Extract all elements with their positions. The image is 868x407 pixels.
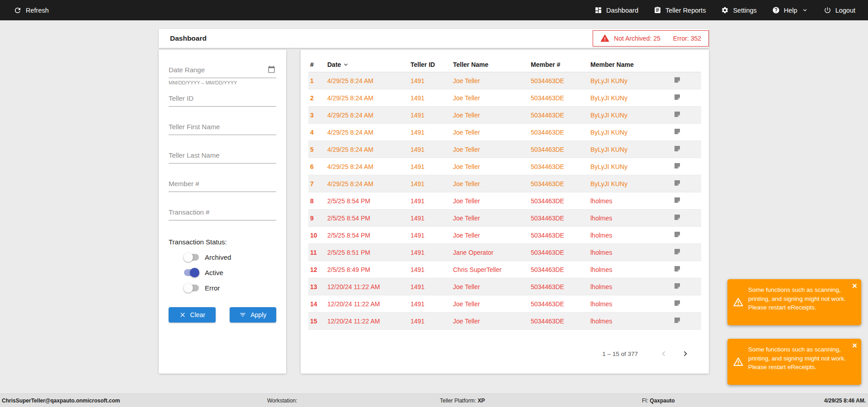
- receipt-icon[interactable]: [673, 299, 681, 307]
- receipt-icon[interactable]: [673, 93, 681, 101]
- power-icon: [824, 6, 831, 14]
- row-date: 4/29/25 8:24 AM: [326, 77, 409, 84]
- receipt-icon[interactable]: [673, 110, 681, 118]
- toggle-label: Error: [205, 284, 220, 292]
- date-range-input[interactable]: [169, 62, 276, 78]
- row-member-name: ByLyJI KUNy: [589, 146, 671, 153]
- receipt-icon[interactable]: [673, 316, 681, 324]
- transactions-table: # Date Teller ID Teller Name Member # Me…: [301, 50, 709, 374]
- receipt-icon[interactable]: [673, 145, 681, 153]
- receipt-icon[interactable]: [673, 230, 681, 239]
- status-toggle[interactable]: Archived: [169, 252, 276, 262]
- col-teller-id: Teller ID: [409, 61, 451, 68]
- sort-desc-icon: [342, 61, 349, 68]
- nav-logout[interactable]: Logout: [824, 6, 855, 14]
- alert-error-count: Error: 352: [673, 35, 701, 42]
- row-teller-id: 1491: [409, 77, 451, 84]
- teller-first-name-field: [169, 119, 276, 135]
- nav-teller-reports[interactable]: Teller Reports: [654, 6, 706, 14]
- row-teller-name: Joe Teller: [451, 94, 529, 102]
- row-teller-id: 1491: [409, 266, 451, 273]
- row-member-number: 5034463DE: [529, 300, 589, 308]
- table-row[interactable]: 10 2/5/25 8:54 PM 1491 Joe Teller 503446…: [308, 227, 701, 244]
- row-num: 2: [308, 94, 326, 102]
- table-body: 1 4/29/25 8:24 AM 1491 Joe Teller 503446…: [308, 72, 701, 330]
- table-row[interactable]: 1 4/29/25 8:24 AM 1491 Joe Teller 503446…: [308, 72, 701, 89]
- next-page-button[interactable]: [680, 349, 690, 359]
- row-teller-id: 1491: [409, 197, 451, 205]
- refresh-button[interactable]: Refresh: [14, 6, 49, 14]
- transaction-number-input[interactable]: [169, 205, 276, 220]
- status-alert-badge[interactable]: Not Archived: 25 Error: 352: [593, 30, 709, 47]
- table-row[interactable]: 9 2/5/25 8:54 PM 1491 Joe Teller 5034463…: [308, 210, 701, 227]
- receipt-icon[interactable]: [673, 127, 681, 136]
- receipt-icon[interactable]: [673, 213, 681, 221]
- apply-button[interactable]: Apply: [230, 307, 277, 323]
- toggle-switch[interactable]: [184, 269, 199, 276]
- status-toggle[interactable]: Error: [169, 283, 276, 293]
- transaction-number-field: [169, 205, 276, 220]
- table-row[interactable]: 11 2/5/25 8:51 PM 1491 Jane Operator 503…: [308, 244, 701, 261]
- row-num: 13: [308, 283, 326, 290]
- teller-last-name-input[interactable]: [169, 148, 276, 164]
- toast-close-icon[interactable]: ×: [852, 281, 857, 290]
- filter-icon: [239, 311, 246, 318]
- row-member-number: 5034463DE: [529, 232, 589, 239]
- row-member-name: lholmes: [589, 300, 671, 308]
- row-date: 2/5/25 8:51 PM: [326, 249, 409, 256]
- toast-close-icon[interactable]: ×: [852, 341, 857, 350]
- table-row[interactable]: 6 4/29/25 8:24 AM 1491 Joe Teller 503446…: [308, 158, 701, 175]
- table-row[interactable]: 8 2/5/25 8:54 PM 1491 Joe Teller 5034463…: [308, 192, 701, 210]
- current-datetime: 4/29/25 8:46 AM.: [824, 398, 866, 404]
- row-member-number: 5034463DE: [529, 146, 589, 153]
- receipt-icon[interactable]: [673, 179, 681, 187]
- nav-settings[interactable]: Settings: [721, 6, 756, 14]
- row-date: 4/29/25 8:24 AM: [326, 180, 409, 187]
- nav-dashboard[interactable]: Dashboard: [594, 6, 638, 14]
- toggle-label: Active: [205, 269, 223, 276]
- clear-button[interactable]: Clear: [169, 307, 216, 323]
- teller-id-input[interactable]: [169, 91, 276, 107]
- table-row[interactable]: 3 4/29/25 8:24 AM 1491 Joe Teller 503446…: [308, 107, 701, 124]
- receipt-icon[interactable]: [673, 248, 681, 256]
- table-row[interactable]: 7 4/29/25 8:24 AM 1491 Joe Teller 503446…: [308, 175, 701, 192]
- member-number-input[interactable]: [169, 176, 276, 192]
- row-date: 12/20/24 11:22 AM: [326, 318, 409, 325]
- table-row[interactable]: 5 4/29/25 8:24 AM 1491 Joe Teller 503446…: [308, 141, 701, 158]
- nav-help[interactable]: Help: [772, 6, 808, 14]
- teller-first-name-input[interactable]: [169, 119, 276, 135]
- row-teller-name: Joe Teller: [451, 146, 529, 153]
- calendar-icon[interactable]: [268, 65, 275, 73]
- receipt-icon[interactable]: [673, 265, 681, 273]
- prev-page-button[interactable]: [659, 349, 669, 359]
- pagination: 1 – 15 of 377: [308, 349, 701, 359]
- row-member-name: ByLyJI KUNy: [589, 129, 671, 136]
- table-row[interactable]: 13 12/20/24 11:22 AM 1491 Joe Teller 503…: [308, 278, 701, 295]
- receipt-icon[interactable]: [673, 76, 681, 84]
- row-member-name: ByLyJI KUNy: [589, 77, 671, 84]
- table-row[interactable]: 15 12/20/24 11:22 AM 1491 Joe Teller 503…: [308, 313, 701, 330]
- status-toggles: Archived Active Error: [169, 252, 276, 293]
- row-teller-name: Joe Teller: [451, 163, 529, 170]
- table-row[interactable]: 4 4/29/25 8:24 AM 1491 Joe Teller 503446…: [308, 124, 701, 141]
- receipt-icon[interactable]: [673, 196, 681, 204]
- toggle-switch[interactable]: [184, 254, 199, 261]
- gear-icon: [721, 6, 729, 14]
- teller-id-field: [169, 91, 276, 107]
- row-num: 10: [308, 232, 326, 239]
- table-row[interactable]: 14 12/20/24 11:22 AM 1491 Joe Teller 503…: [308, 295, 701, 313]
- status-toggle[interactable]: Active: [169, 267, 276, 277]
- row-member-name: ByLyJI KUNy: [589, 94, 671, 102]
- col-date[interactable]: Date: [326, 61, 409, 68]
- table-row[interactable]: 2 4/29/25 8:24 AM 1491 Joe Teller 503446…: [308, 89, 701, 107]
- col-member-name: Member Name: [589, 61, 671, 68]
- row-teller-id: 1491: [409, 146, 451, 153]
- row-date: 12/20/24 11:22 AM: [326, 300, 409, 308]
- row-member-name: lholmes: [589, 215, 671, 222]
- toggle-switch[interactable]: [184, 285, 199, 291]
- row-member-name: lholmes: [589, 318, 671, 325]
- receipt-icon[interactable]: [673, 282, 681, 290]
- receipt-icon[interactable]: [673, 162, 681, 170]
- table-row[interactable]: 12 2/5/25 8:49 PM 1491 Chris SuperTeller…: [308, 261, 701, 278]
- row-member-name: lholmes: [589, 283, 671, 290]
